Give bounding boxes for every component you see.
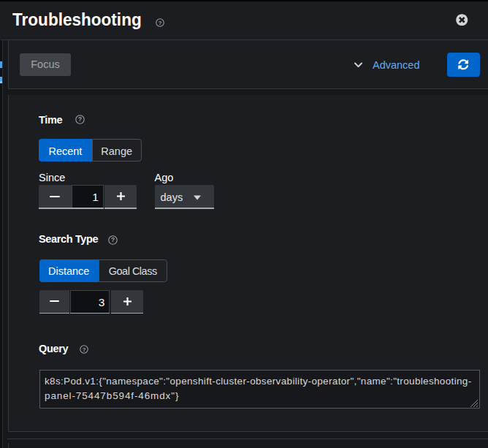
svg-text:?: ? [83, 346, 86, 353]
svg-text:?: ? [159, 20, 162, 26]
svg-text:?: ? [110, 237, 114, 244]
svg-text:?: ? [78, 115, 82, 123]
